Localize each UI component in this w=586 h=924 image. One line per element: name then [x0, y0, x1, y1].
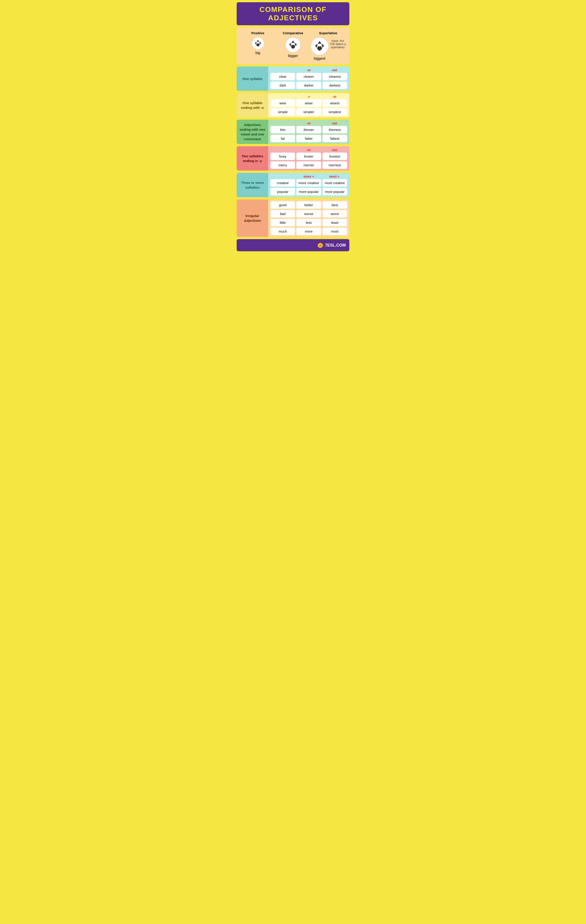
col-superlative: Superlative [310, 31, 346, 35]
word-merry: merry [271, 162, 295, 169]
word-thinnest: thinnest [322, 126, 347, 134]
section-three-syllables-content: more + most + creative more creative mos… [268, 173, 349, 197]
suffix-est: -est [322, 68, 347, 72]
word-busier: busier [296, 153, 321, 160]
balls-row: big bigger [240, 37, 346, 61]
word-darkest: darkest [322, 82, 347, 89]
word-creative: creative [271, 179, 295, 186]
note-text: (Note: Put THE before a superlative) [330, 40, 346, 49]
section-two-syllable-y: Two syllables ending in -y -er -est busy… [237, 146, 349, 171]
word-little: little [271, 219, 295, 226]
suffix-most: most + [322, 175, 347, 178]
footer-bar: 7E 7ESL.COM [237, 239, 349, 251]
word-simplest: simplest [322, 108, 347, 116]
word-clearer: clearer [296, 73, 321, 80]
word-thinner: thinner [296, 126, 321, 134]
suffix-est-3: -est [322, 122, 347, 125]
section-two-syllable-y-label: Two syllables ending in -y [237, 146, 268, 171]
svg-point-10 [311, 37, 328, 55]
section-one-syllable-e-label: One syllable ending with -e [237, 93, 268, 117]
word-simple: simple [271, 108, 295, 116]
word-worse: worse [296, 210, 321, 218]
ball-medium: bigger [276, 37, 310, 58]
words-grid-5: creative more creative most creative pop… [271, 179, 347, 195]
suffix-row-4: -er -est [271, 148, 347, 152]
words-grid-3: thin thinner thinnest fat fatter fattest [271, 126, 347, 142]
section-vowel-consonant-content: -er -est thin thinner thinnest fat fatte… [268, 120, 349, 144]
ball-large-icon [310, 37, 328, 55]
word-most-creative: most creative [322, 179, 347, 186]
word-fat: fat [271, 135, 295, 142]
word-most: most [322, 228, 347, 235]
word-clear: clear [271, 73, 295, 80]
col-positive: Positive [240, 31, 276, 35]
word-merriest: merriest [322, 162, 347, 169]
section-three-syllables-label: Three or more syllables [237, 173, 268, 197]
words-grid: clear clearer clearest dark darker darke… [271, 73, 347, 89]
ball-medium-icon [286, 37, 300, 53]
suffix-more: more + [296, 175, 322, 178]
section-one-syllable-content: -er -est clear clearer clearest dark dar… [268, 66, 349, 91]
ball-large-label: biggest [314, 56, 325, 61]
word-fatter: fatter [296, 135, 321, 142]
ball-small-icon [252, 37, 264, 50]
suffix-row: -er -est [271, 68, 347, 72]
section-irregular: Irregular Adjectives good better best ba… [237, 200, 349, 237]
suffix-est-4: -est [322, 148, 347, 152]
column-headers: Positive Comparative Superlative [240, 31, 346, 35]
title-bar: COMPARISON OF ADJECTIVES [237, 2, 349, 25]
ball-medium-label: bigger [288, 54, 298, 58]
word-more-popular: more popular [296, 188, 321, 195]
suffix-row-3: -er -est [271, 122, 347, 125]
suffix-er-4: -er [296, 148, 322, 152]
section-irregular-content: good better best bad worse worst little … [268, 200, 349, 237]
word-better: better [296, 201, 321, 209]
word-thin: thin [271, 126, 295, 134]
word-worst: worst [322, 210, 347, 218]
col-comparative: Comparative [276, 31, 310, 35]
word-much: much [271, 228, 295, 235]
suffix-row-2: -r -st [271, 95, 347, 99]
word-wise: wise [271, 99, 295, 107]
poster: COMPARISON OF ADJECTIVES Positive Compar… [234, 0, 352, 254]
suffix-r: -r [296, 95, 322, 99]
words-grid-4: busy busier busiest merry merrier merrie… [271, 153, 347, 169]
main-title: COMPARISON OF ADJECTIVES [239, 5, 347, 22]
svg-point-0 [252, 37, 264, 50]
section-one-syllable-e: One syllable ending with -e -r -st wise … [237, 93, 349, 117]
section-three-syllables: Three or more syllables more + most + cr… [237, 173, 349, 197]
section-irregular-label: Irregular Adjectives [237, 200, 268, 237]
section-one-syllable-e-content: -r -st wise wiser wisest simple simpler … [268, 93, 349, 117]
logo-text: 7ESL.COM [325, 243, 346, 248]
words-grid-2: wise wiser wisest simple simpler simples… [271, 99, 347, 116]
suffix-st: -st [322, 95, 347, 99]
word-bad: bad [271, 210, 295, 218]
word-most-popular: most popular [322, 188, 347, 195]
word-simpler: simpler [296, 108, 321, 116]
word-busy: busy [271, 153, 295, 160]
word-less: less [296, 219, 321, 226]
note: (Note: Put THE before a superlative) [330, 37, 346, 49]
ball-large: biggest [310, 37, 328, 61]
word-good: good [271, 201, 295, 209]
section-one-syllable-label: One syllable [237, 66, 268, 91]
word-dark: dark [271, 82, 295, 89]
word-popular: popular [271, 188, 295, 195]
word-more: more [296, 228, 321, 235]
word-wisest: wisest [322, 99, 347, 107]
ball-small: big [240, 37, 276, 55]
word-merrier: merrier [296, 162, 321, 169]
svg-point-5 [286, 37, 300, 53]
word-best: best [322, 201, 347, 209]
suffix-er: -er [296, 68, 322, 72]
section-one-syllable: One syllable -er -est clear clearer clea… [237, 66, 349, 91]
suffix-row-5: more + most + [271, 175, 347, 178]
section-two-syllable-y-content: -er -est busy busier busiest merry merri… [268, 146, 349, 171]
section-vowel-consonant-label: Adjectives ending with one vowel and one… [237, 120, 268, 144]
logo-icon: 7E [317, 242, 324, 249]
word-more-creative: more creative [296, 179, 321, 186]
word-least: least [322, 219, 347, 226]
section-vowel-consonant: Adjectives ending with one vowel and one… [237, 120, 349, 144]
intro-box: Positive Comparative Superlative big [237, 28, 349, 64]
svg-text:7E: 7E [319, 244, 322, 247]
